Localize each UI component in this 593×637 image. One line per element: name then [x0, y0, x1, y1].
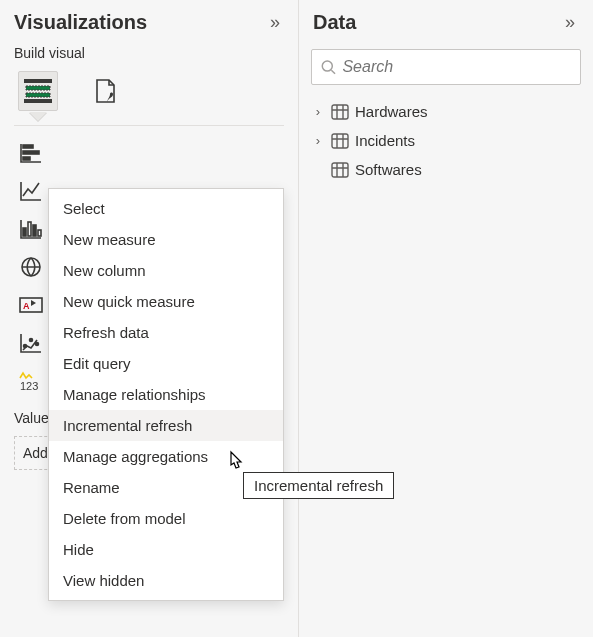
context-menu-item[interactable]: Delete from model — [49, 503, 283, 534]
search-input[interactable] — [342, 58, 572, 76]
map-icon[interactable] — [16, 253, 46, 281]
table-label: Incidents — [355, 132, 415, 149]
viz-mode-tabs — [0, 65, 298, 111]
table-icon — [331, 133, 349, 149]
context-menu-item[interactable]: Hide — [49, 534, 283, 565]
svg-rect-2 — [26, 93, 50, 97]
svg-rect-1 — [26, 86, 50, 90]
ribbon-chart-icon[interactable] — [16, 215, 46, 243]
svg-rect-0 — [24, 79, 52, 83]
stacked-bar-chart-icon[interactable] — [16, 139, 46, 167]
svg-rect-20 — [332, 134, 348, 148]
svg-rect-5 — [23, 151, 39, 154]
svg-text:123: 123 — [20, 380, 38, 392]
context-menu: SelectNew measureNew columnNew quick mea… — [48, 188, 284, 601]
table-hardwares[interactable]: › Hardwares — [307, 97, 585, 126]
svg-rect-10 — [38, 230, 41, 236]
context-menu-item[interactable]: Manage relationships — [49, 379, 283, 410]
table-softwares[interactable]: › Softwares — [307, 155, 585, 184]
table-label: Softwares — [355, 161, 422, 178]
table-label: Hardwares — [355, 103, 428, 120]
build-visual-tab[interactable] — [18, 71, 58, 111]
svg-point-15 — [30, 339, 33, 342]
visualizations-title: Visualizations — [14, 11, 147, 34]
svg-rect-3 — [24, 99, 52, 103]
context-menu-item[interactable]: Manage aggregations — [49, 441, 283, 472]
table-icon — [331, 162, 349, 178]
kpi-icon[interactable]: 123 — [16, 367, 46, 395]
svg-rect-9 — [33, 225, 36, 236]
context-menu-item[interactable]: Refresh data — [49, 317, 283, 348]
svg-point-16 — [36, 343, 39, 346]
search-icon — [320, 58, 336, 76]
data-pane: Data » › Hardwares › — [298, 0, 593, 637]
svg-rect-7 — [23, 228, 26, 236]
svg-rect-8 — [28, 222, 31, 236]
context-menu-item[interactable]: View hidden — [49, 565, 283, 596]
build-visual-label: Build visual — [0, 39, 298, 65]
context-menu-item[interactable]: Select — [49, 193, 283, 224]
table-incidents[interactable]: › Incidents — [307, 126, 585, 155]
fields-tree: › Hardwares › Incidents › Softwares — [299, 93, 593, 184]
format-visual-tab[interactable] — [86, 71, 126, 111]
collapse-data-button[interactable]: » — [561, 10, 579, 35]
build-visual-icon — [24, 79, 52, 103]
context-menu-item[interactable]: New measure — [49, 224, 283, 255]
line-chart-icon[interactable] — [16, 177, 46, 205]
chevron-right-icon: › — [311, 104, 325, 119]
collapse-viz-button[interactable]: » — [266, 10, 284, 35]
format-page-icon — [94, 78, 118, 104]
svg-rect-21 — [332, 163, 348, 177]
table-icon — [331, 104, 349, 120]
context-menu-item[interactable]: Edit query — [49, 348, 283, 379]
svg-rect-6 — [23, 157, 30, 160]
svg-text:A: A — [23, 301, 30, 311]
svg-rect-4 — [23, 145, 33, 148]
context-menu-item[interactable]: New quick measure — [49, 286, 283, 317]
svg-rect-19 — [332, 105, 348, 119]
context-menu-item[interactable]: Incremental refresh — [49, 410, 283, 441]
gauge-icon[interactable]: A — [16, 291, 46, 319]
tooltip: Incremental refresh — [243, 472, 394, 499]
svg-point-18 — [322, 61, 332, 71]
context-menu-item[interactable]: New column — [49, 255, 283, 286]
chevron-right-icon: › — [311, 133, 325, 148]
data-title: Data — [313, 11, 356, 34]
line-stacked-column-icon[interactable] — [16, 329, 46, 357]
search-field[interactable] — [311, 49, 581, 85]
